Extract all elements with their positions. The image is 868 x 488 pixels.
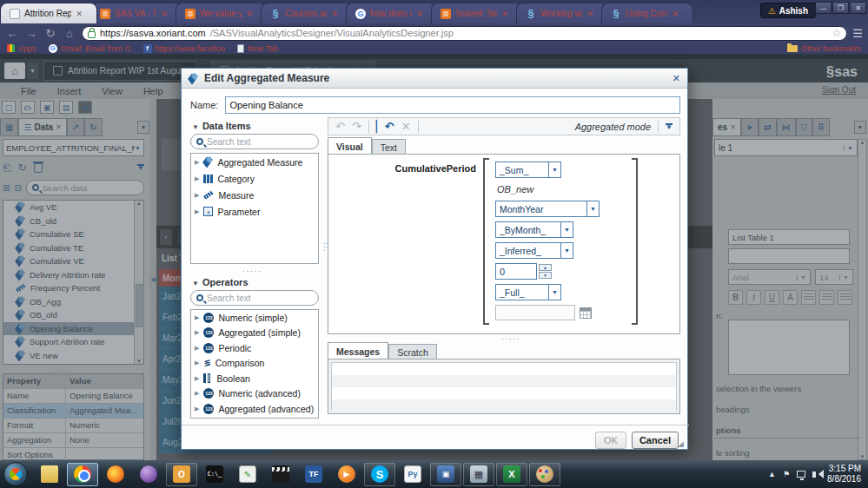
- expand-caret-icon[interactable]: ▶: [195, 192, 199, 199]
- expand-caret-icon[interactable]: ▶: [195, 406, 199, 412]
- tab-close-icon[interactable]: ✕: [331, 10, 338, 18]
- spin-down-icon[interactable]: ▼: [539, 272, 552, 279]
- browser-menu-icon[interactable]: ☰: [852, 27, 863, 40]
- browser-tab-we-value[interactable]: ▥ We value your f ✕: [176, 3, 268, 23]
- taskbar-outlook[interactable]: O: [166, 463, 197, 486]
- taskbar-media-app[interactable]: [133, 463, 164, 486]
- reset-icon[interactable]: ▏↶: [376, 121, 394, 132]
- tab-messages[interactable]: Messages: [328, 342, 388, 359]
- taskbar-system-tool[interactable]: ▣: [430, 463, 461, 486]
- data-items-section-header[interactable]: ▼Data Items: [192, 121, 251, 131]
- expand-caret-icon[interactable]: ▶: [195, 159, 199, 166]
- browser-tab-attrition-report[interactable]: Attrition Report ✕: [0, 3, 97, 23]
- tree-item[interactable]: ▶123Periodic: [191, 340, 318, 356]
- minimize-button[interactable]: —: [815, 2, 832, 14]
- offset-value[interactable]: 0: [495, 263, 537, 280]
- taskbar-paint[interactable]: [529, 463, 560, 486]
- aggregation-dropdown[interactable]: _Sum_▼: [495, 162, 561, 178]
- window-dropdown[interactable]: _Full_▼: [495, 284, 561, 300]
- browser-tab-using-controls[interactable]: § Using Controls ✕: [601, 3, 693, 23]
- delete-icon[interactable]: ✕: [401, 121, 411, 132]
- browser-tab-working-with[interactable]: § Working with B ✕: [516, 3, 608, 23]
- name-input[interactable]: Opening Balance: [225, 96, 680, 114]
- expand-caret-icon[interactable]: ▶: [195, 345, 199, 352]
- tab-visual[interactable]: Visual: [328, 137, 372, 155]
- expand-caret-icon[interactable]: ▶: [195, 208, 199, 215]
- url-bar[interactable]: https://sasva.xoriant.com/SASVisualAnaly…: [82, 26, 847, 41]
- tree-item[interactable]: ▶Boolean: [191, 371, 318, 386]
- taskbar-clock[interactable]: 3:15 PM 8/8/2016: [827, 464, 861, 485]
- scope-dropdown[interactable]: _Inferred_▼: [495, 242, 573, 259]
- redo-icon[interactable]: ↷: [352, 121, 361, 132]
- offset-stepper[interactable]: 0 ▲▼: [495, 263, 600, 280]
- tree-item[interactable]: ▶123Numeric (simple): [191, 310, 318, 326]
- expand-caret-icon[interactable]: ▶: [195, 390, 199, 397]
- browser-tab-sas-va[interactable]: ▥ SAS VA - SAS S ✕: [90, 3, 182, 23]
- interval-dropdown[interactable]: _ByMonth_▼: [495, 221, 573, 238]
- forward-icon[interactable]: →: [24, 27, 38, 40]
- dialog-close-icon[interactable]: ✕: [673, 73, 680, 84]
- tab-close-icon[interactable]: ✕: [76, 10, 83, 18]
- refresh-icon[interactable]: ↻: [43, 27, 57, 40]
- ok-button[interactable]: OK: [595, 432, 626, 449]
- other-bookmarks[interactable]: Other bookmarks: [787, 44, 861, 53]
- dialog-titlebar[interactable]: Edit Aggregated Measure ✕: [182, 69, 687, 89]
- resize-grip[interactable]: ◢: [678, 439, 686, 448]
- taskbar-image-editor[interactable]: ✎: [232, 463, 263, 486]
- taskbar-firefox[interactable]: [100, 463, 131, 486]
- taskbar-explorer[interactable]: [34, 463, 65, 486]
- section-splitter[interactable]: ∙∙∙∙∙: [242, 267, 262, 275]
- taskbar-excel[interactable]: X: [496, 463, 527, 486]
- taskbar-team-foundation[interactable]: TF: [298, 463, 329, 486]
- browser-tab-solved[interactable]: ▥ Solved: Select A ✕: [431, 3, 523, 23]
- tab-close-icon[interactable]: ✕: [501, 10, 508, 18]
- tree-item[interactable]: ▶123Aggregated (advanced): [191, 401, 318, 417]
- taskbar-command-prompt[interactable]: C:\_: [199, 463, 230, 486]
- expand-caret-icon[interactable]: ▶: [195, 175, 199, 182]
- browser-profile-button[interactable]: ⚠ Ashish: [760, 3, 816, 18]
- tree-item[interactable]: ▶123Aggregated (simple): [191, 326, 318, 341]
- operand-field[interactable]: OB_new: [495, 182, 600, 196]
- tab-text[interactable]: Text: [372, 139, 406, 155]
- data-items-search-input[interactable]: Search text: [190, 134, 319, 149]
- date-item-dropdown[interactable]: MonthYear▼: [495, 201, 600, 217]
- taskbar-python-editor[interactable]: Py: [397, 463, 428, 486]
- tree-item[interactable]: ▶Measure: [191, 187, 318, 203]
- undo-icon[interactable]: ↶: [335, 121, 345, 132]
- expand-caret-icon[interactable]: ▶: [195, 375, 199, 382]
- spin-up-icon[interactable]: ▲: [539, 264, 552, 271]
- editor-splitter[interactable]: ∙∙∙∙∙: [501, 334, 521, 343]
- close-button[interactable]: ✕: [850, 2, 866, 14]
- mode-dropdown-icon[interactable]: ▼: [666, 123, 673, 130]
- taskbar-skype[interactable]: S: [364, 463, 395, 486]
- network-icon[interactable]: [797, 471, 805, 478]
- expand-caret-icon[interactable]: ▶: [195, 329, 199, 336]
- back-icon[interactable]: ←: [5, 27, 19, 40]
- bookmark-gmail[interactable]: G Gmail: Email from G: [49, 44, 131, 53]
- tree-item[interactable]: ▶123Numeric (advanced): [191, 386, 318, 402]
- tab-close-icon[interactable]: ✕: [416, 10, 423, 18]
- tab-close-icon[interactable]: ✕: [672, 10, 679, 18]
- date-input[interactable]: [495, 305, 575, 320]
- tree-item[interactable]: ▶xParameter: [191, 203, 318, 220]
- data-items-tree[interactable]: ▶Aggregated Measure ▶Category ▶Measure ▶…: [190, 153, 319, 264]
- restore-button[interactable]: ❐: [832, 2, 849, 14]
- home-icon[interactable]: ⌂: [63, 27, 76, 40]
- bookmark-new-tab[interactable]: New Tab: [237, 44, 278, 53]
- bookmark-facebook[interactable]: f https://www.faceboo: [143, 44, 226, 53]
- taskbar-chrome-active[interactable]: [67, 463, 98, 486]
- taskbar-calculator[interactable]: ▦: [463, 463, 494, 486]
- tree-item[interactable]: ▶Category: [191, 170, 318, 187]
- tree-item[interactable]: ▶≶Comparison: [191, 356, 318, 372]
- cancel-button[interactable]: Cancel: [632, 432, 679, 449]
- taskbar-player[interactable]: ▶: [331, 463, 362, 486]
- calendar-icon[interactable]: [580, 307, 592, 319]
- speaker-icon[interactable]: [812, 472, 816, 478]
- tab-close-icon[interactable]: ✕: [246, 10, 253, 18]
- expand-caret-icon[interactable]: ▶: [195, 314, 199, 321]
- tab-scratch[interactable]: Scratch: [388, 344, 437, 359]
- tray-expand-icon[interactable]: ▲: [768, 470, 776, 478]
- operators-tree[interactable]: ▶123Numeric (simple) ▶123Aggregated (sim…: [190, 309, 319, 419]
- browser-tab-courses[interactable]: § Courses and e-L ✕: [261, 3, 353, 23]
- apps-shortcut[interactable]: Apps: [7, 44, 36, 53]
